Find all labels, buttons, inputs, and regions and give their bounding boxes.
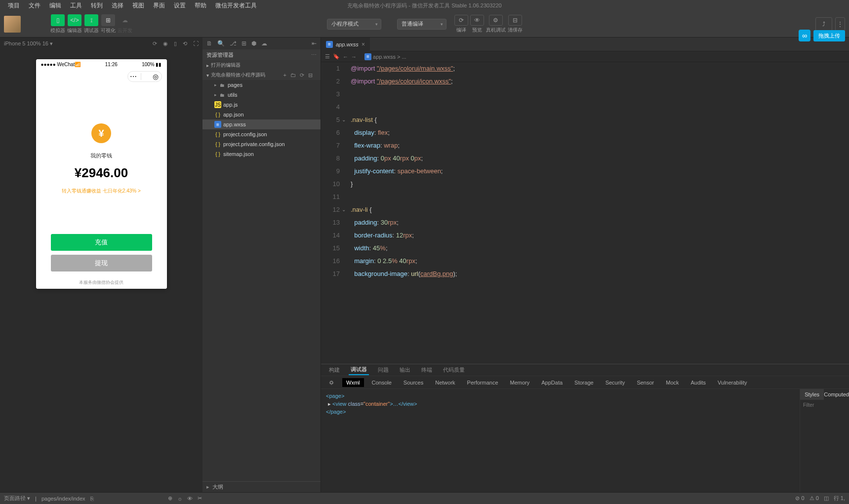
upload-icon-button[interactable]: ⤴ [815, 17, 832, 31]
cloud-dev-toggle[interactable]: ☁ [118, 14, 132, 26]
menu-edit[interactable]: 编辑 [45, 0, 65, 11]
menu-file[interactable]: 文件 [25, 0, 44, 11]
dt-tab-build[interactable]: 构建 [327, 365, 342, 375]
dt-inspect-icon[interactable]: ⯐ [325, 378, 338, 387]
dt2-storage[interactable]: Storage [570, 378, 598, 387]
tree-item-project-private-config-json[interactable]: { } project.private.config.json [202, 139, 321, 149]
sim-rotate-icon[interactable]: ⟲ [183, 40, 187, 47]
dt-tab-output[interactable]: 输出 [398, 365, 412, 375]
explorer-ext-icon[interactable]: ⊞ [242, 40, 246, 47]
sim-refresh-icon[interactable]: ⟳ [153, 40, 157, 47]
bc-list-icon[interactable]: ☰ [325, 53, 330, 60]
sb-warn-icon[interactable]: ⚠ 0 [809, 495, 819, 502]
withdraw-button[interactable]: 提现 [51, 255, 152, 271]
more-icon-button[interactable]: ⋮ [835, 17, 845, 31]
simulator-toggle[interactable]: ▯ [51, 14, 65, 26]
outline-section[interactable]: ▸大纲 [202, 481, 321, 492]
explorer-files-icon[interactable]: 🗎 [206, 40, 212, 47]
collapse-tree-icon[interactable]: ⊟ [308, 72, 313, 78]
tree-item-pages[interactable]: ▸ 🖿 pages [202, 80, 321, 90]
dt2-vulnerability[interactable]: Vulnerability [714, 378, 751, 387]
dt2-appdata[interactable]: AppData [537, 378, 566, 387]
dt2-sources[interactable]: Sources [400, 378, 427, 387]
menu-ui[interactable]: 界面 [149, 0, 169, 11]
clear-cache-button[interactable]: ⊟ [508, 15, 522, 26]
tree-item-project-config-json[interactable]: { } project.config.json [202, 129, 321, 139]
capsule-menu-icon[interactable]: ⋯ [130, 73, 137, 80]
explorer-search-icon[interactable]: 🔍 [217, 40, 225, 47]
dt-tab-quality[interactable]: 代码质量 [441, 365, 467, 375]
mode-dropdown[interactable]: 小程序模式 [327, 19, 381, 30]
dt-tab-terminal[interactable]: 终端 [419, 365, 434, 375]
wallet-tip-link[interactable]: 转入零钱通赚收益 七日年化2.43% > [62, 188, 141, 194]
dt2-wxml[interactable]: Wxml [342, 378, 364, 387]
menu-settings[interactable]: 设置 [170, 0, 190, 11]
sb-bell-icon[interactable]: ◫ [824, 495, 829, 502]
cloud-icon[interactable]: ∞ [799, 30, 810, 41]
explorer-collapse-icon[interactable]: ⇤ [312, 40, 317, 47]
fold-icon[interactable]: ⌄ [342, 114, 346, 126]
capsule-button[interactable]: ⋯ ◎ [127, 71, 162, 82]
tree-section-project[interactable]: ▾ 充电余额特效小程序源码 + 🗀 ⟳ ⊟ [202, 70, 321, 80]
new-file-icon[interactable]: + [283, 72, 286, 78]
compile-button[interactable]: ⟳ [454, 15, 468, 26]
explorer-bug-icon[interactable]: ⬢ [251, 40, 256, 47]
dt2-mock[interactable]: Mock [662, 378, 683, 387]
dt2-audits[interactable]: Audits [687, 378, 710, 387]
compile-dropdown[interactable]: 普通编译 [397, 19, 446, 30]
dt2-memory[interactable]: Memory [506, 378, 534, 387]
sb-icon-3[interactable]: 👁 [187, 496, 193, 502]
device-selector[interactable]: iPhone 5 100% 16 ▾ [4, 40, 53, 47]
sb-icon-2[interactable]: ☼ [177, 496, 182, 502]
visual-toggle[interactable]: ⊞ [101, 14, 115, 26]
menu-help[interactable]: 帮助 [191, 0, 210, 11]
capsule-close-icon[interactable]: ◎ [152, 73, 159, 80]
editor-toggle[interactable]: </> [68, 14, 81, 26]
sim-device-icon[interactable]: ▯ [174, 40, 177, 47]
bc-bookmark-icon[interactable]: 🔖 [333, 53, 340, 60]
tree-section-open-editors[interactable]: ▸ 打开的编辑器 [202, 60, 321, 70]
dom-inspector[interactable]: <page> ▸ <view class="container">…</view… [321, 389, 800, 492]
dt2-console[interactable]: Console [368, 378, 396, 387]
dt2-network[interactable]: Network [431, 378, 459, 387]
menu-select[interactable]: 选择 [108, 0, 127, 11]
sim-expand-icon[interactable]: ⛶ [193, 40, 199, 47]
styles-tab[interactable]: Styles [800, 389, 824, 400]
fold-icon[interactable]: ⌄ [342, 203, 346, 216]
tree-item-utils[interactable]: ▸ 🖿 utils [202, 90, 321, 100]
tree-item-app-js[interactable]: JS app.js [202, 100, 321, 110]
menu-tools[interactable]: 工具 [66, 0, 86, 11]
explorer-branch-icon[interactable]: ⎇ [230, 40, 237, 47]
tab-close-icon[interactable]: × [362, 41, 365, 48]
computed-tab[interactable]: Computed [824, 389, 849, 400]
sb-icon-1[interactable]: ⊕ [168, 495, 172, 502]
sb-notif-icon[interactable]: ⊘ 0 [795, 495, 804, 502]
tree-item-app-wxss[interactable]: ≡ app.wxss [202, 119, 321, 129]
cursor-position[interactable]: 行 1, [834, 495, 845, 502]
page-path[interactable]: pages/index/index [41, 496, 85, 502]
preview-button[interactable]: 👁 [470, 15, 484, 26]
dt2-security[interactable]: Security [602, 378, 629, 387]
explorer-more-icon[interactable]: ⋯ [311, 52, 317, 58]
debugger-toggle[interactable]: ⟟ [84, 14, 98, 26]
menu-goto[interactable]: 转到 [87, 0, 107, 11]
dt2-sensor[interactable]: Sensor [633, 378, 658, 387]
recharge-button[interactable]: 充值 [51, 234, 152, 251]
sim-record-icon[interactable]: ◉ [163, 40, 168, 47]
sb-icon-4[interactable]: ✂ [198, 495, 202, 502]
styles-filter-input[interactable] [800, 400, 849, 410]
tab-app-wxss[interactable]: ≡ app.wxss × [321, 38, 370, 51]
tree-item-sitemap-json[interactable]: { } sitemap.json [202, 149, 321, 159]
dt-tab-debugger[interactable]: 调试器 [349, 365, 369, 375]
tree-item-app-json[interactable]: { } app.json [202, 110, 321, 119]
refresh-tree-icon[interactable]: ⟳ [300, 72, 304, 78]
new-folder-icon[interactable]: 🗀 [290, 72, 296, 78]
dt-tab-problems[interactable]: 问题 [376, 365, 391, 375]
code-editor[interactable]: 1234567891011121314151617 @import "/page… [321, 62, 849, 364]
drag-upload-button[interactable]: 拖拽上传 [813, 30, 845, 41]
user-avatar[interactable] [4, 16, 21, 33]
menu-wechat-devtools[interactable]: 微信开发者工具 [211, 0, 261, 11]
menu-view[interactable]: 视图 [128, 0, 148, 11]
menu-project[interactable]: 项目 [4, 0, 24, 11]
remote-debug-button[interactable]: ⚙ [489, 15, 503, 26]
